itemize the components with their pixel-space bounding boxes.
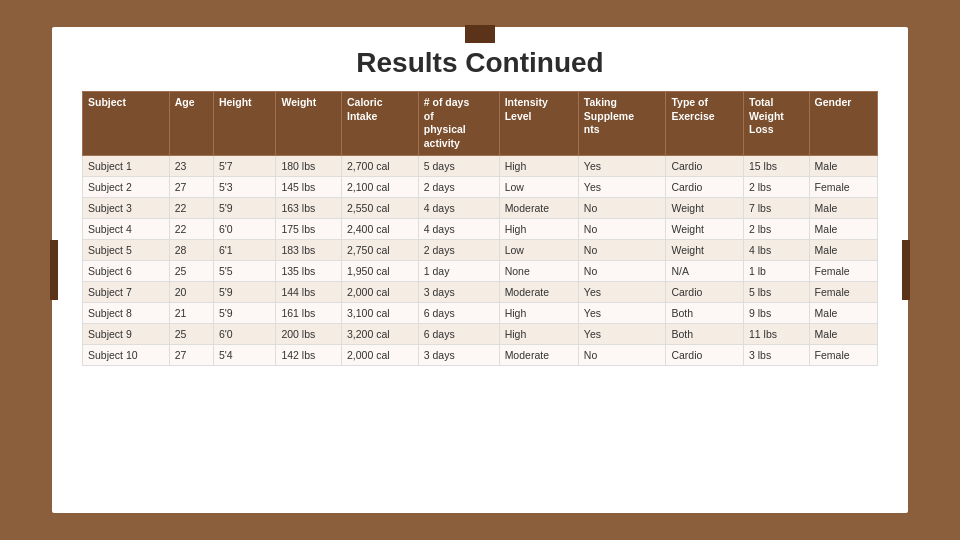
table-body: Subject 1235'7180 lbs2,700 cal5 daysHigh… bbox=[83, 155, 878, 365]
cell-r6-c9: 5 lbs bbox=[744, 281, 810, 302]
cell-r4-c0: Subject 5 bbox=[83, 239, 170, 260]
cell-r7-c9: 9 lbs bbox=[744, 302, 810, 323]
cell-r0-c8: Cardio bbox=[666, 155, 744, 176]
cell-r2-c10: Male bbox=[809, 197, 877, 218]
cell-r8-c10: Male bbox=[809, 323, 877, 344]
header-caloric: CaloricIntake bbox=[341, 92, 418, 156]
cell-r2-c9: 7 lbs bbox=[744, 197, 810, 218]
page-title: Results Continued bbox=[82, 47, 878, 79]
cell-r9-c6: Moderate bbox=[499, 344, 578, 365]
cell-r4-c10: Male bbox=[809, 239, 877, 260]
cell-r5-c9: 1 lb bbox=[744, 260, 810, 281]
cell-r4-c9: 4 lbs bbox=[744, 239, 810, 260]
cell-r4-c1: 28 bbox=[169, 239, 213, 260]
cell-r2-c1: 22 bbox=[169, 197, 213, 218]
header-weight: Weight bbox=[276, 92, 342, 156]
cell-r4-c7: No bbox=[578, 239, 666, 260]
table-row: Subject 6255'5135 lbs1,950 cal1 dayNoneN… bbox=[83, 260, 878, 281]
cell-r1-c7: Yes bbox=[578, 176, 666, 197]
cell-r0-c0: Subject 1 bbox=[83, 155, 170, 176]
cell-r0-c4: 2,700 cal bbox=[341, 155, 418, 176]
cell-r9-c3: 142 lbs bbox=[276, 344, 342, 365]
cell-r7-c4: 3,100 cal bbox=[341, 302, 418, 323]
cell-r5-c0: Subject 6 bbox=[83, 260, 170, 281]
cell-r1-c8: Cardio bbox=[666, 176, 744, 197]
cell-r4-c4: 2,750 cal bbox=[341, 239, 418, 260]
cell-r3-c8: Weight bbox=[666, 218, 744, 239]
cell-r1-c4: 2,100 cal bbox=[341, 176, 418, 197]
cell-r4-c3: 183 lbs bbox=[276, 239, 342, 260]
cell-r6-c1: 20 bbox=[169, 281, 213, 302]
cell-r1-c10: Female bbox=[809, 176, 877, 197]
header-intensity: IntensityLevel bbox=[499, 92, 578, 156]
cell-r9-c8: Cardio bbox=[666, 344, 744, 365]
table-row: Subject 1235'7180 lbs2,700 cal5 daysHigh… bbox=[83, 155, 878, 176]
table-wrapper: SubjectAgeHeightWeightCaloricIntake# of … bbox=[82, 91, 878, 497]
table-header: SubjectAgeHeightWeightCaloricIntake# of … bbox=[83, 92, 878, 156]
cell-r5-c5: 1 day bbox=[418, 260, 499, 281]
header-gender: Gender bbox=[809, 92, 877, 156]
cell-r9-c10: Female bbox=[809, 344, 877, 365]
cell-r8-c1: 25 bbox=[169, 323, 213, 344]
cell-r3-c3: 175 lbs bbox=[276, 218, 342, 239]
cell-r1-c6: Low bbox=[499, 176, 578, 197]
cell-r7-c1: 21 bbox=[169, 302, 213, 323]
cell-r2-c5: 4 days bbox=[418, 197, 499, 218]
cell-r2-c0: Subject 3 bbox=[83, 197, 170, 218]
cell-r8-c7: Yes bbox=[578, 323, 666, 344]
cell-r6-c3: 144 lbs bbox=[276, 281, 342, 302]
cell-r8-c5: 6 days bbox=[418, 323, 499, 344]
cell-r8-c6: High bbox=[499, 323, 578, 344]
cell-r3-c0: Subject 4 bbox=[83, 218, 170, 239]
table-row: Subject 9256'0200 lbs3,200 cal6 daysHigh… bbox=[83, 323, 878, 344]
cell-r9-c4: 2,000 cal bbox=[341, 344, 418, 365]
cell-r5-c2: 5'5 bbox=[213, 260, 276, 281]
cell-r1-c5: 2 days bbox=[418, 176, 499, 197]
main-card: Results Continued SubjectAgeHeightWeight… bbox=[50, 25, 910, 515]
header-subject: Subject bbox=[83, 92, 170, 156]
table-row: Subject 5286'1183 lbs2,750 cal2 daysLowN… bbox=[83, 239, 878, 260]
header-total: TotalWeightLoss bbox=[744, 92, 810, 156]
results-table: SubjectAgeHeightWeightCaloricIntake# of … bbox=[82, 91, 878, 366]
cell-r7-c5: 6 days bbox=[418, 302, 499, 323]
cell-r3-c2: 6'0 bbox=[213, 218, 276, 239]
table-row: Subject 3225'9163 lbs2,550 cal4 daysMode… bbox=[83, 197, 878, 218]
cell-r5-c1: 25 bbox=[169, 260, 213, 281]
cell-r0-c10: Male bbox=[809, 155, 877, 176]
cell-r6-c7: Yes bbox=[578, 281, 666, 302]
cell-r3-c7: No bbox=[578, 218, 666, 239]
cell-r0-c6: High bbox=[499, 155, 578, 176]
cell-r8-c4: 3,200 cal bbox=[341, 323, 418, 344]
cell-r0-c7: Yes bbox=[578, 155, 666, 176]
cell-r5-c6: None bbox=[499, 260, 578, 281]
cell-r2-c3: 163 lbs bbox=[276, 197, 342, 218]
cell-r7-c10: Male bbox=[809, 302, 877, 323]
cell-r3-c4: 2,400 cal bbox=[341, 218, 418, 239]
cell-r5-c3: 135 lbs bbox=[276, 260, 342, 281]
cell-r3-c9: 2 lbs bbox=[744, 218, 810, 239]
cell-r1-c1: 27 bbox=[169, 176, 213, 197]
cell-r6-c10: Female bbox=[809, 281, 877, 302]
cell-r8-c2: 6'0 bbox=[213, 323, 276, 344]
cell-r6-c2: 5'9 bbox=[213, 281, 276, 302]
cell-r7-c2: 5'9 bbox=[213, 302, 276, 323]
table-row: Subject 10275'4142 lbs2,000 cal3 daysMod… bbox=[83, 344, 878, 365]
cell-r0-c9: 15 lbs bbox=[744, 155, 810, 176]
cell-r2-c6: Moderate bbox=[499, 197, 578, 218]
cell-r8-c8: Both bbox=[666, 323, 744, 344]
cell-r1-c0: Subject 2 bbox=[83, 176, 170, 197]
table-row: Subject 2275'3145 lbs2,100 cal2 daysLowY… bbox=[83, 176, 878, 197]
cell-r5-c4: 1,950 cal bbox=[341, 260, 418, 281]
cell-r3-c5: 4 days bbox=[418, 218, 499, 239]
cell-r3-c10: Male bbox=[809, 218, 877, 239]
cell-r5-c8: N/A bbox=[666, 260, 744, 281]
cell-r4-c8: Weight bbox=[666, 239, 744, 260]
cell-r6-c5: 3 days bbox=[418, 281, 499, 302]
cell-r3-c6: High bbox=[499, 218, 578, 239]
cell-r7-c8: Both bbox=[666, 302, 744, 323]
cell-r1-c9: 2 lbs bbox=[744, 176, 810, 197]
cell-r6-c6: Moderate bbox=[499, 281, 578, 302]
cell-r1-c2: 5'3 bbox=[213, 176, 276, 197]
cell-r7-c3: 161 lbs bbox=[276, 302, 342, 323]
cell-r0-c3: 180 lbs bbox=[276, 155, 342, 176]
